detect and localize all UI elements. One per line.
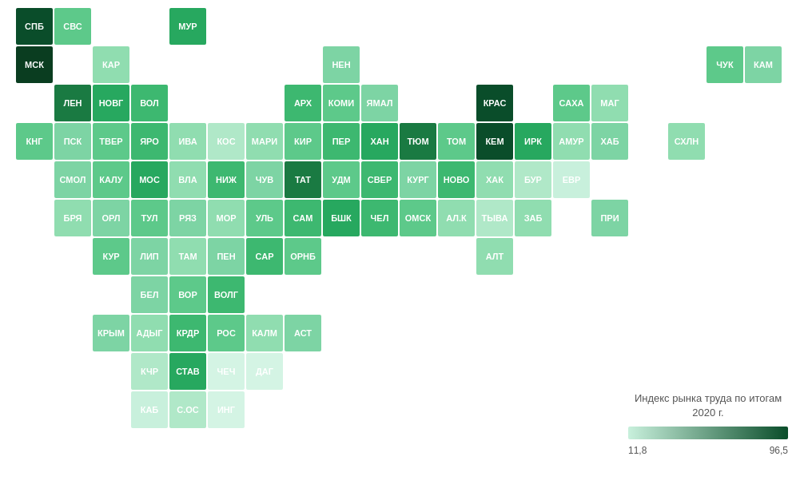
map-cell: СХЛН xyxy=(668,123,705,160)
map-row: МСККАРНЕНЧУККАМ xyxy=(16,46,711,83)
map-cell xyxy=(54,46,93,83)
map-cell: ЧУВ xyxy=(246,161,283,198)
map-cell: ЯРО xyxy=(131,123,168,160)
map-cell: НЕН xyxy=(323,46,360,83)
map-cell xyxy=(630,46,668,83)
spacer xyxy=(16,161,54,198)
legend-bar xyxy=(628,427,788,439)
map-cell xyxy=(438,46,476,83)
map-cell xyxy=(131,8,169,45)
map-cell xyxy=(208,46,246,83)
map-cell: БУР xyxy=(515,161,551,198)
map-cell: КАМ xyxy=(745,46,782,83)
map-cell: РОС xyxy=(208,315,245,351)
map-cell: АЛТ xyxy=(476,238,513,275)
map-cell: КОМИ xyxy=(323,85,360,121)
map-cell: ЧУК xyxy=(707,46,743,83)
map-cell: ЯМАЛ xyxy=(361,85,398,121)
map-cell: СВЕР xyxy=(361,161,398,198)
map-cell: СМОЛ xyxy=(54,161,91,198)
map-cell: РЯЗ xyxy=(169,200,206,236)
map-cell: КУРГ xyxy=(400,161,436,198)
map-cell: ВЛА xyxy=(169,161,206,198)
map-cell xyxy=(361,238,400,275)
map-cell: ТОМ xyxy=(438,123,475,160)
map-cell xyxy=(169,46,208,83)
map-cell: ТАТ xyxy=(285,161,321,198)
map-cell xyxy=(515,85,553,121)
map-cell: БРЯ xyxy=(54,200,91,236)
map-cell: БШК xyxy=(323,200,360,236)
map-cell: ХАК xyxy=(476,161,513,198)
map-cell: ОРНБ xyxy=(285,238,321,275)
map-cell: ПЕН xyxy=(208,238,245,275)
map-cell: МСК xyxy=(16,46,53,83)
map-cell: УДМ xyxy=(323,161,360,198)
map-cell: КРАС xyxy=(476,85,513,121)
map-cell: ПСК xyxy=(54,123,91,160)
map-cell: ОМСК xyxy=(400,200,436,236)
map-cell: АЛ.К xyxy=(438,200,475,236)
map-cell: ДАГ xyxy=(246,353,283,390)
map-cell: ХАН xyxy=(361,123,398,160)
map-row: СМОЛКАЛУМОСВЛАНИЖЧУВТАТУДМСВЕРКУРГНОВОХА… xyxy=(16,161,711,198)
spacer xyxy=(16,200,54,236)
spacer xyxy=(16,276,54,313)
legend-title: Индекс рынка труда по итогам 2020 г. xyxy=(628,391,788,420)
legend-min: 11,8 xyxy=(628,445,647,456)
map-cell xyxy=(515,46,553,83)
map-cell: ХАБ xyxy=(591,123,628,160)
spacer xyxy=(16,315,54,351)
map-cell: ВОЛ xyxy=(131,85,168,121)
map-cell: КУР xyxy=(93,238,129,275)
map-cell xyxy=(476,46,515,83)
map-cell: ЛЕН xyxy=(54,85,91,121)
map-cell: ЗАБ xyxy=(515,200,551,236)
map-row: ЛЕННОВГВОЛАРХКОМИЯМАЛКРАССАХАМАГ xyxy=(16,85,711,121)
map-cell: С.ОС xyxy=(169,391,206,428)
map-cell: ОРЛ xyxy=(93,200,129,236)
map-cell xyxy=(246,85,285,121)
map-row: КРЫМАДЫГКРДРРОСКАЛМАСТ xyxy=(16,315,711,351)
map-cell: КАЛМ xyxy=(246,315,283,351)
map-cell: ВОЛГ xyxy=(208,276,245,313)
map-row: КАБС.ОСИНГ xyxy=(16,391,711,428)
map-cell xyxy=(93,8,131,45)
map-cell: НИЖ xyxy=(208,161,245,198)
map-cell: МОР xyxy=(208,200,245,236)
spacer xyxy=(93,391,131,428)
map-cell: ТВЕР xyxy=(93,123,129,160)
map-cell: СПБ xyxy=(16,8,53,45)
spacer xyxy=(16,238,54,275)
map-cell: КИР xyxy=(285,123,321,160)
map-cell: ЧЕЧ xyxy=(208,353,245,390)
map-cell: САР xyxy=(246,238,283,275)
map-cell: АДЫГ xyxy=(131,315,168,351)
map-cell: ТЮМ xyxy=(400,123,436,160)
map-cell: ТАМ xyxy=(169,238,206,275)
map-cell: ЕВР xyxy=(553,161,590,198)
map-cell xyxy=(400,46,438,83)
map-cell: ИРК xyxy=(515,123,551,160)
map-cell: МАРИ xyxy=(246,123,283,160)
map-cell: АРХ xyxy=(285,85,321,121)
spacer xyxy=(16,353,54,390)
spacer xyxy=(16,85,54,121)
map-cell: КАР xyxy=(93,46,129,83)
map-cell: МУР xyxy=(169,8,206,45)
map-cell: ЧЕЛ xyxy=(361,200,398,236)
map-cell: ВОР xyxy=(169,276,206,313)
spacer xyxy=(54,391,93,428)
map-cell xyxy=(553,46,591,83)
map-cell: ПЕР xyxy=(323,123,360,160)
map-cell: БЕЛ xyxy=(131,276,168,313)
map-cell xyxy=(668,46,707,83)
map-row: БЕЛВОРВОЛГ xyxy=(16,276,711,313)
map-cell xyxy=(246,46,285,83)
map-cell xyxy=(323,238,361,275)
map-cell xyxy=(438,85,476,121)
map-cell xyxy=(438,238,476,275)
map-cell: МАГ xyxy=(591,85,628,121)
map-row: КЧРСТАВЧЕЧДАГ xyxy=(16,353,711,390)
map-cell: АМУР xyxy=(553,123,590,160)
